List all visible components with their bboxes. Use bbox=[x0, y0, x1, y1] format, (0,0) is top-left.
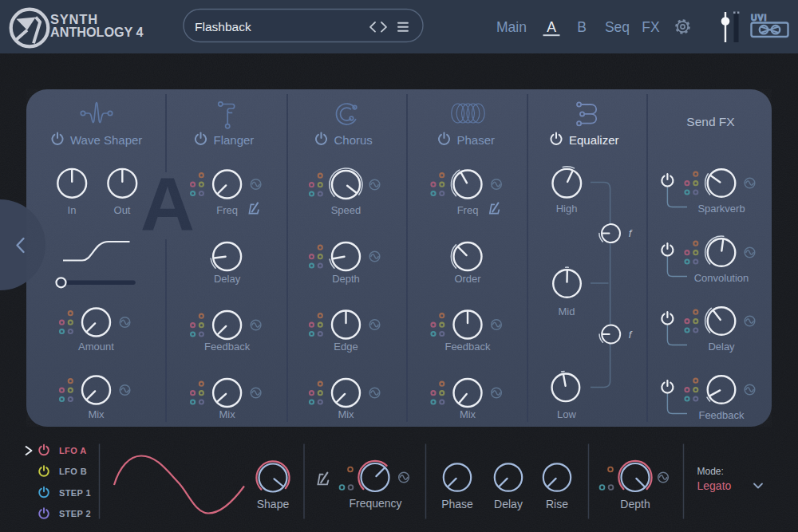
svg-text:LFO B: LFO B bbox=[59, 467, 87, 476]
svg-text:Feedback: Feedback bbox=[444, 341, 491, 353]
svg-text:Send FX: Send FX bbox=[686, 115, 735, 128]
svg-text:Mix: Mix bbox=[219, 408, 235, 420]
svg-text:Freq: Freq bbox=[216, 204, 238, 216]
svg-text:Shape: Shape bbox=[257, 498, 290, 510]
svg-text:Phaser: Phaser bbox=[457, 133, 496, 147]
svg-text:Feedback: Feedback bbox=[204, 341, 251, 353]
svg-text:Delay: Delay bbox=[708, 341, 735, 353]
svg-text:Seq: Seq bbox=[605, 19, 630, 35]
svg-text:Mix: Mix bbox=[460, 408, 476, 420]
svg-text:Rise: Rise bbox=[546, 498, 568, 510]
svg-text:Flanger: Flanger bbox=[214, 133, 255, 147]
svg-text:LFO A: LFO A bbox=[59, 446, 87, 455]
svg-text:Delay: Delay bbox=[214, 273, 241, 285]
svg-text:ANTHOLOGY 4: ANTHOLOGY 4 bbox=[50, 25, 144, 39]
svg-text:Feedback: Feedback bbox=[698, 409, 745, 421]
svg-text:In: In bbox=[68, 204, 77, 216]
svg-text:UVI: UVI bbox=[751, 13, 768, 22]
svg-text:Amount: Amount bbox=[78, 341, 114, 353]
svg-text:Main: Main bbox=[496, 19, 527, 35]
svg-text:Freq: Freq bbox=[457, 204, 479, 216]
svg-text:Flashback: Flashback bbox=[195, 20, 251, 33]
svg-text:Phase: Phase bbox=[441, 498, 473, 510]
svg-text:Delay: Delay bbox=[494, 498, 523, 510]
svg-text:FX: FX bbox=[642, 19, 660, 35]
svg-text:Mix: Mix bbox=[88, 408, 105, 420]
svg-text:Out: Out bbox=[114, 204, 131, 216]
svg-text:Sparkverb: Sparkverb bbox=[697, 203, 745, 215]
svg-text:High: High bbox=[556, 203, 578, 215]
svg-text:Speed: Speed bbox=[331, 204, 361, 216]
svg-text:Legato: Legato bbox=[697, 479, 732, 492]
svg-text:Edge: Edge bbox=[334, 341, 358, 353]
svg-text:Frequency: Frequency bbox=[349, 497, 401, 510]
svg-text:Mix: Mix bbox=[338, 408, 354, 420]
svg-text:Chorus: Chorus bbox=[334, 133, 373, 147]
svg-text:Order: Order bbox=[454, 273, 481, 285]
svg-text:B: B bbox=[577, 19, 587, 35]
svg-text:Depth: Depth bbox=[332, 273, 360, 285]
svg-text:A: A bbox=[547, 19, 556, 35]
svg-text:STEP 2: STEP 2 bbox=[59, 509, 91, 518]
svg-text:Equalizer: Equalizer bbox=[569, 133, 619, 147]
svg-text:Convolution: Convolution bbox=[694, 272, 749, 284]
svg-text:Wave Shaper: Wave Shaper bbox=[70, 133, 142, 147]
svg-text:Depth: Depth bbox=[620, 498, 650, 510]
svg-text:Mid: Mid bbox=[559, 305, 575, 317]
svg-text:STEP 1: STEP 1 bbox=[59, 488, 91, 498]
svg-text:Low: Low bbox=[557, 408, 576, 420]
svg-text:Mode:: Mode: bbox=[697, 466, 724, 477]
svg-text:SYNTH: SYNTH bbox=[50, 12, 98, 26]
